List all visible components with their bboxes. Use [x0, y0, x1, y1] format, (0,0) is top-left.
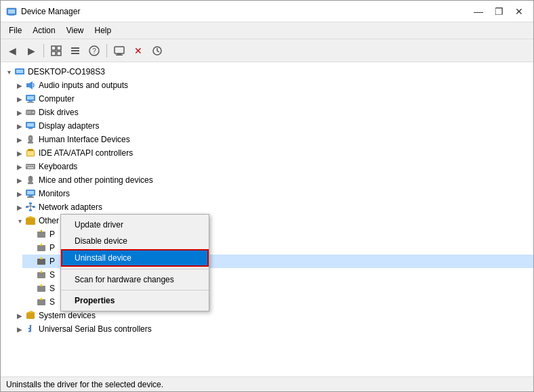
svg-point-26 [33, 112, 35, 114]
monitors-arrow: ▶ [14, 188, 25, 199]
usb-icon [25, 324, 36, 334]
tree-display[interactable]: ▶ Display adapters [12, 119, 533, 133]
svg-rect-45 [28, 182, 33, 184]
tree-mice[interactable]: ▶ Mice and other pointing devices [12, 173, 533, 187]
title-bar: Device Manager — ❐ ✕ [1, 1, 533, 22]
ctx-disable-device[interactable]: Disable device [61, 233, 209, 249]
svg-rect-38 [26, 165, 28, 167]
svg-rect-47 [27, 191, 34, 194]
other-icon [25, 215, 36, 226]
minimize-button[interactable]: — [470, 4, 487, 19]
tree-root[interactable]: ▾ DESKTOP-CO198S3 [1, 65, 533, 79]
toolbar-grid[interactable] [47, 42, 65, 60]
menu-file[interactable]: File [3, 24, 27, 37]
tree-keyboards[interactable]: ▶ Keyboards [12, 160, 533, 173]
s2-icon [36, 283, 47, 294]
display-icon [25, 121, 36, 131]
s3-arrow [25, 297, 36, 307]
disk-icon [25, 107, 36, 118]
other-arrow: ▾ [14, 215, 25, 226]
system-arrow: ▶ [14, 310, 25, 321]
svg-marker-64 [40, 243, 43, 246]
tree-network[interactable]: ▶ Network adapters [12, 200, 533, 214]
status-text: Uninstalls the driver for the selected d… [6, 380, 163, 389]
p3-arrow [25, 256, 36, 267]
svg-marker-66 [40, 257, 43, 259]
tree-hid[interactable]: ▶ Human Interface Devices [12, 133, 533, 146]
toolbar-monitor[interactable] [110, 42, 128, 60]
ide-icon [25, 148, 36, 158]
close-button[interactable]: ✕ [510, 4, 528, 19]
tree-usb[interactable]: ▶ Universal Serial Bus controllers [12, 322, 533, 336]
disk-arrow: ▶ [14, 107, 25, 118]
menu-view[interactable]: View [61, 24, 89, 37]
p3-icon [36, 256, 47, 267]
toolbar-separator-2 [106, 44, 107, 58]
audio-icon [25, 80, 36, 91]
computer-arrow: ▶ [14, 93, 25, 104]
network-arrow: ▶ [14, 202, 25, 213]
tree-audio[interactable]: ▶ Audio inputs and outputs [12, 79, 533, 92]
toolbar-forward[interactable]: ▶ [22, 42, 40, 60]
hid-label: Human Interface Devices [39, 135, 130, 144]
svg-rect-29 [27, 123, 34, 127]
s2-arrow [25, 283, 36, 294]
ctx-update-driver[interactable]: Update driver [61, 217, 209, 233]
menu-help[interactable]: Help [89, 24, 117, 37]
s1-label: S [49, 270, 55, 280]
svg-rect-9 [71, 50, 79, 51]
tree-disk[interactable]: ▶ Disk drives [12, 106, 533, 119]
app-icon [6, 6, 17, 17]
s2-label: S [49, 284, 55, 293]
svg-rect-73 [26, 313, 35, 319]
tree-ide[interactable]: ▶ IDE ATA/ATAPI controllers [12, 146, 533, 160]
ctx-scan-hardware[interactable]: Scan for hardware changes [61, 271, 209, 288]
mice-icon [25, 175, 36, 186]
toolbar-back[interactable]: ◀ [3, 42, 21, 60]
tree-monitors[interactable]: ▶ Monitors [12, 187, 533, 200]
computer-icon [25, 93, 36, 104]
svg-rect-77 [28, 328, 31, 330]
svg-rect-19 [26, 83, 29, 87]
svg-rect-67 [37, 272, 45, 278]
restore-button[interactable]: ❐ [490, 4, 508, 19]
menu-bar: File Action View Help [1, 22, 533, 39]
svg-rect-42 [28, 167, 34, 169]
svg-rect-58 [26, 218, 35, 225]
menu-action[interactable]: Action [27, 24, 60, 37]
toolbar-delete[interactable]: ✕ [129, 42, 147, 60]
ide-arrow: ▶ [14, 148, 25, 158]
system-icon [25, 310, 36, 321]
keyboards-icon [25, 161, 36, 172]
svg-text:!: ! [41, 230, 41, 234]
ctx-separator-2 [61, 290, 209, 290]
svg-rect-18 [16, 70, 23, 73]
keyboards-label: Keyboards [39, 162, 77, 171]
svg-rect-63 [37, 245, 45, 251]
tree-computer[interactable]: ▶ Computer [12, 92, 533, 106]
title-bar-left: Device Manager [6, 6, 80, 17]
toolbar-help[interactable]: ? [85, 42, 103, 60]
ctx-uninstall-device[interactable]: Uninstall device [61, 249, 209, 267]
svg-marker-74 [26, 311, 36, 313]
tree-panel[interactable]: ▾ DESKTOP-CO198S3 ▶ Audio inputs and out… [1, 62, 533, 376]
toolbar-list[interactable] [66, 42, 84, 60]
mice-arrow: ▶ [14, 175, 25, 186]
svg-marker-59 [26, 216, 35, 218]
svg-rect-24 [27, 102, 34, 104]
toolbar-separator-1 [43, 44, 44, 58]
svg-rect-37 [26, 164, 35, 169]
svg-rect-10 [71, 53, 79, 54]
svg-rect-48 [28, 196, 33, 197]
svg-rect-30 [28, 128, 33, 129]
device-manager-window: Device Manager — ❐ ✕ File Action View He… [0, 0, 534, 392]
audio-label: Audio inputs and outputs [39, 81, 128, 90]
svg-rect-7 [57, 51, 61, 56]
svg-rect-27 [26, 111, 31, 114]
root-label: DESKTOP-CO198S3 [28, 67, 105, 77]
svg-rect-33 [28, 141, 33, 144]
ctx-properties[interactable]: Properties [61, 292, 209, 309]
display-label: Display adapters [39, 121, 99, 131]
content-area: ▾ DESKTOP-CO198S3 ▶ Audio inputs and out… [1, 62, 533, 376]
toolbar-scan[interactable] [148, 42, 166, 60]
